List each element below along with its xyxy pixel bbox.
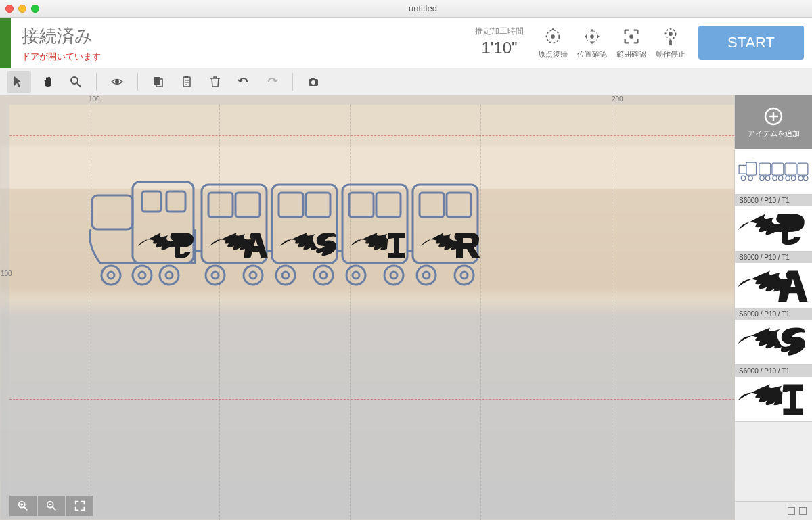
zoom-controls [9,496,93,516]
sidebar-item-train[interactable] [735,149,812,195]
svg-point-43 [166,272,173,279]
copy-icon [152,75,165,89]
window-maximize-button[interactable] [31,5,39,13]
svg-point-2 [590,34,594,39]
camera-tool[interactable] [301,71,325,93]
zoom-in-button[interactable] [9,496,37,516]
undo-tool[interactable] [231,71,256,93]
ruler-horizontal: 100 200 [0,95,734,105]
pan-tool[interactable] [35,71,60,93]
cursor-icon [12,75,26,89]
sidebar-item-flame-j[interactable]: S6000 / P10 / T1 [735,195,812,252]
svg-point-78 [804,176,808,180]
add-item-button[interactable]: アイテムを追加 [735,95,812,149]
window-close-button[interactable] [5,5,14,13]
magnifier-icon [69,75,83,89]
canvas-object-flame-s[interactable] [280,231,340,258]
delete-tool[interactable] [203,71,227,93]
sidebar-item-flame-a[interactable]: S6000 / P10 / T1 [735,252,812,308]
svg-point-76 [791,176,795,180]
canvas-object-flame-j[interactable] [138,231,198,258]
svg-point-69 [741,176,745,180]
svg-rect-23 [208,193,233,217]
svg-point-44 [206,266,225,285]
estimate-block: 推定加工時間 1'10" [466,18,533,68]
svg-point-4 [629,34,633,39]
zoom-out-button[interactable] [38,496,65,516]
svg-point-48 [276,266,295,285]
range-check-icon [621,26,642,47]
canvas-object-flame-i[interactable] [351,231,410,258]
grid-line [612,105,612,520]
layout-toggle-1[interactable] [788,507,795,515]
ruler-vertical: 100 [0,105,9,520]
preview-tool[interactable] [105,71,129,93]
svg-point-57 [423,272,430,279]
sidebar: アイテムを追加 S6000 / P10 / T1 S6000 / P10 / T… [734,95,812,520]
guide-line [9,399,734,400]
copy-tool[interactable] [146,71,171,93]
eye-icon [110,75,124,89]
origin-return-button[interactable]: 原点復帰 [533,18,572,68]
svg-rect-20 [142,191,161,212]
svg-point-9 [71,77,78,84]
door-warning: ドアが開いています [22,51,101,63]
canvas-object-flame-a[interactable] [210,231,269,258]
toolbar [0,68,812,95]
layout-toggle-2[interactable] [799,507,807,515]
stop-icon [660,26,681,47]
paste-tool[interactable] [175,71,199,93]
connection-status: 接続済み [22,24,101,48]
svg-point-52 [346,266,365,285]
grid-line [350,105,351,520]
svg-rect-11 [154,77,160,85]
svg-point-50 [314,266,333,285]
select-tool[interactable] [7,71,31,93]
range-check-button[interactable]: 範囲確認 [612,18,651,68]
svg-point-56 [417,266,436,285]
svg-rect-66 [772,163,784,175]
svg-rect-68 [798,163,808,175]
svg-point-46 [244,266,263,285]
start-button[interactable]: START [698,26,804,60]
item-params: S6000 / P10 / T1 [735,365,812,377]
trash-icon [208,75,222,89]
redo-tool[interactable] [260,71,284,93]
svg-point-53 [353,272,359,279]
svg-point-47 [250,272,256,279]
svg-point-39 [108,272,114,279]
paste-icon [180,75,194,89]
svg-point-40 [133,266,152,285]
fit-screen-button[interactable] [66,496,93,516]
status-indicator-bar [0,18,11,68]
canvas-object-flame-r[interactable] [421,231,480,258]
svg-point-10 [115,80,119,84]
origin-return-icon [542,26,564,47]
svg-point-77 [798,176,803,180]
grid-line [480,105,481,520]
position-check-label: 位置確認 [577,49,607,60]
svg-point-51 [320,272,327,279]
stop-button[interactable]: 動作停止 [651,18,690,68]
svg-rect-14 [185,76,188,78]
canvas[interactable]: 100 200 100 [0,95,734,520]
svg-point-38 [102,266,120,285]
svg-point-54 [384,266,403,285]
header: 接続済み ドアが開いています 推定加工時間 1'10" 原点復帰 位置確認 範囲… [0,18,812,68]
sidebar-item-flame-s[interactable]: S6000 / P10 / T1 [735,308,812,365]
zoom-tool[interactable] [64,71,88,93]
estimate-label: 推定加工時間 [475,26,524,37]
svg-rect-26 [279,193,303,217]
window-minimize-button[interactable] [18,5,26,13]
svg-point-45 [212,272,219,279]
position-check-button[interactable]: 位置確認 [572,18,612,68]
svg-point-55 [390,272,397,279]
svg-rect-13 [183,77,190,87]
position-check-icon [581,26,603,47]
item-params: S6000 / P10 / T1 [735,252,812,263]
sidebar-footer [735,501,812,520]
sidebar-item-flame-i[interactable]: S6000 / P10 / T1 [735,365,812,422]
undo-icon [237,75,250,89]
titlebar: untitled [0,0,812,18]
svg-rect-65 [759,163,771,175]
